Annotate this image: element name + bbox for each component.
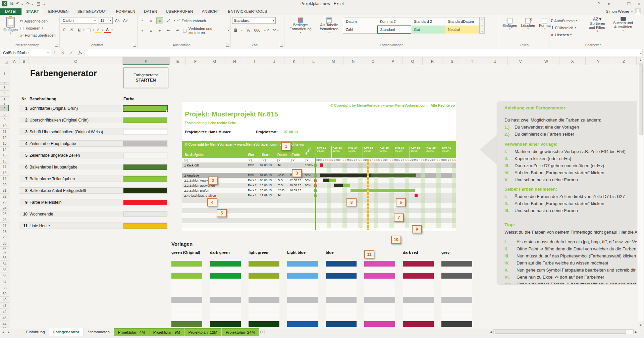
vorlage-swatch[interactable] (403, 297, 434, 303)
confirm-entry-icon[interactable]: ✓ (67, 50, 76, 55)
row-header-38[interactable]: 38 (0, 285, 9, 291)
filter-dropdown-icon[interactable]: ▾ (248, 159, 252, 162)
vorlage-swatch[interactable] (364, 279, 395, 285)
copy-button[interactable]: Kopieren▾ (20, 25, 55, 32)
row-header-37[interactable]: 37 (0, 279, 9, 285)
row-header-24[interactable]: 24 (0, 205, 9, 211)
gallery-scroll[interactable]: ▲▼≡ (480, 17, 485, 34)
column-header-D[interactable]: D (123, 57, 170, 65)
vorlage-swatch[interactable] (441, 285, 472, 291)
restore-button[interactable]: ❐ (624, 0, 634, 7)
vorlage-swatch[interactable] (287, 285, 318, 291)
color-swatch-cell[interactable] (123, 153, 167, 158)
vorlage-swatch[interactable] (326, 297, 357, 303)
row-header-22[interactable]: 22 (0, 194, 9, 199)
column-header-V[interactable]: V (508, 57, 533, 65)
row-header-12[interactable]: 12 (0, 135, 9, 140)
vorlage-swatch[interactable] (210, 297, 241, 303)
align-top-icon[interactable]: ⹀ (139, 17, 146, 24)
vorlage-swatch[interactable] (441, 279, 472, 285)
vorlage-swatch[interactable] (287, 291, 318, 297)
vorlage-swatch[interactable] (171, 309, 202, 315)
column-header-J[interactable]: J (264, 57, 284, 65)
bold-button[interactable]: F (61, 27, 68, 33)
color-swatch-cell[interactable] (123, 211, 167, 217)
column-header-X[interactable]: X (559, 57, 586, 65)
column-header-E[interactable]: E (170, 57, 186, 65)
filter-dropdown-icon[interactable]: ▾ (184, 159, 188, 162)
vorlage-swatch[interactable] (441, 273, 472, 279)
vorlage-swatch[interactable] (364, 285, 395, 291)
vorlage-swatch[interactable] (249, 297, 279, 303)
vorlage-swatch[interactable] (210, 321, 241, 327)
vorlage-swatch[interactable] (171, 261, 202, 267)
horizontal-scroll-thumb[interactable] (495, 330, 626, 334)
hscroll-splitter[interactable]: ⋮ (484, 330, 489, 334)
column-header-T[interactable]: T (462, 57, 482, 65)
row-header-5[interactable]: 5 (0, 97, 9, 103)
vorlage-swatch[interactable] (249, 315, 279, 321)
vorlage-swatch[interactable] (210, 291, 241, 297)
shrink-font-button[interactable]: A˅ (122, 17, 129, 24)
vorlage-swatch[interactable] (249, 267, 279, 273)
vertical-scrollbar[interactable]: ▲ ▼ (637, 57, 644, 328)
column-header-C[interactable]: C (29, 57, 123, 65)
vorlage-swatch[interactable] (326, 291, 357, 297)
row-header-15[interactable]: 15 (0, 152, 9, 158)
color-swatch-cell[interactable] (123, 200, 167, 205)
borders-button[interactable] (85, 27, 92, 33)
decrease-indent-icon[interactable]: ⇤ (165, 27, 172, 34)
vorlage-swatch[interactable] (364, 267, 395, 273)
row-header-23[interactable]: 23 (0, 199, 9, 205)
format-as-table-button[interactable]: Als Tabelle formatieren▾ (315, 16, 343, 35)
align-left-icon[interactable]: ⫞ (139, 27, 146, 34)
filter-dropdown-icon[interactable]: ▾ (306, 159, 309, 162)
cell-style-datum[interactable]: Datum (343, 17, 377, 26)
row-header-3[interactable]: 3 (0, 85, 9, 91)
vorlage-swatch[interactable] (171, 285, 202, 291)
vorlage-swatch[interactable] (171, 267, 202, 273)
vorlage-swatch[interactable] (326, 309, 357, 315)
vorlage-swatch[interactable] (210, 279, 241, 285)
row-header-42[interactable]: 42 (0, 309, 9, 315)
sheet-tab-stammdaten[interactable]: Stammdaten (84, 328, 114, 336)
accounting-format-icon[interactable]: 🖽 (232, 27, 239, 34)
color-swatch-cell[interactable] (123, 117, 167, 123)
minimize-button[interactable]: ─ (614, 0, 624, 7)
vorlage-swatch[interactable] (210, 309, 241, 315)
vorlage-swatch[interactable] (403, 309, 434, 315)
row-header-11[interactable]: 11 (0, 129, 9, 135)
vorlage-swatch[interactable] (287, 261, 318, 267)
row-header-28[interactable]: 28 (0, 229, 9, 234)
cell-style-standard-2[interactable]: Standard 2 (411, 17, 445, 26)
vorlage-swatch[interactable] (364, 261, 395, 267)
cell-style-standard[interactable]: Standard (377, 26, 412, 34)
vorlage-swatch[interactable] (326, 279, 357, 285)
merge-center-button[interactable]: Verbinden und zentrieren▾ (182, 27, 229, 34)
sheet-tab-projektplan_9m[interactable]: Projektplan_9M (149, 328, 184, 336)
vorlage-swatch[interactable] (403, 273, 434, 279)
cell-style-gut[interactable]: Gut (411, 26, 445, 34)
color-swatch-cell[interactable] (123, 188, 167, 193)
vorlage-swatch[interactable] (287, 315, 318, 321)
row-header-25[interactable]: 25 (0, 211, 9, 217)
sheet-tab-einführung[interactable]: Einführung (22, 328, 49, 336)
scroll-down-icon[interactable]: ▼ (637, 323, 644, 328)
color-swatch-cell[interactable] (123, 129, 167, 135)
row-header-9[interactable]: 9 (0, 117, 9, 123)
italic-button[interactable]: K (68, 27, 75, 33)
vorlage-swatch[interactable] (441, 261, 472, 267)
vorlage-swatch[interactable] (171, 291, 202, 297)
underline-button[interactable]: U (76, 27, 83, 33)
row-header-7[interactable]: 7 (0, 105, 9, 111)
vorlage-swatch[interactable] (326, 303, 357, 309)
vorlage-swatch[interactable] (249, 285, 279, 291)
vorlage-swatch[interactable] (210, 267, 241, 273)
vorlage-swatch[interactable] (441, 267, 472, 273)
name-box[interactable]: ColSchriftfarbe▾ (1, 49, 51, 56)
vorlage-swatch[interactable] (441, 309, 472, 315)
vorlage-swatch[interactable] (441, 321, 472, 327)
row-header-32[interactable]: 32 (0, 249, 9, 255)
vorlage-swatch[interactable] (210, 303, 241, 309)
row-header-20[interactable]: 20 (0, 182, 9, 187)
